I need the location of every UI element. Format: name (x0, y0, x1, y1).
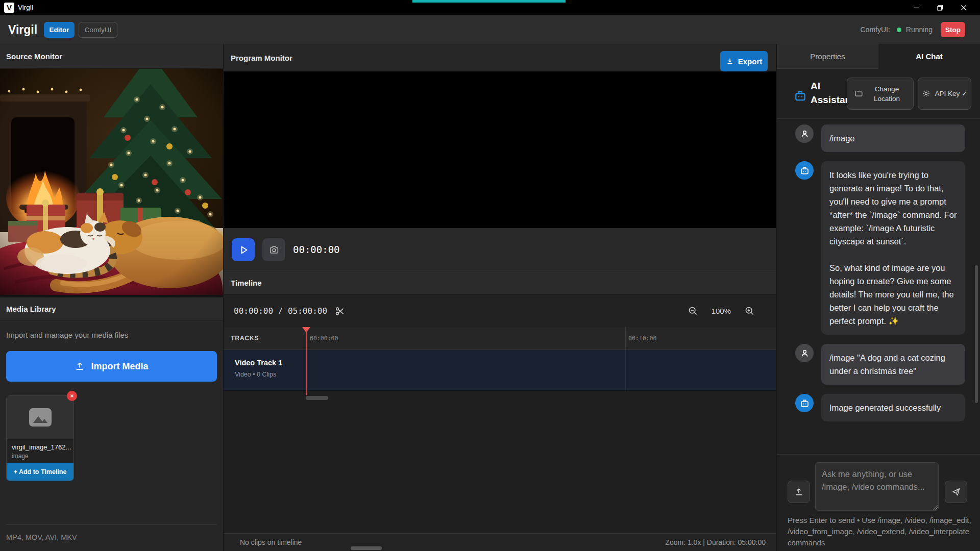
message-text: Image generated successfully (821, 394, 965, 421)
chat-input-wrap (815, 462, 939, 511)
snapshot-button[interactable] (262, 238, 285, 261)
timeline-status-info: Zoom: 1.0x | Duration: 05:00:00 (665, 534, 766, 551)
change-location-label: Change Location (868, 84, 906, 104)
upload-icon (75, 361, 85, 371)
stop-button[interactable]: Stop (941, 22, 965, 37)
source-monitor-header: Source Monitor (0, 44, 223, 69)
media-library-header: Media Library (0, 297, 223, 320)
media-library-description: Import and manage your media files (6, 331, 128, 339)
comfyui-status-value: Running (906, 26, 933, 34)
chat-message-assistant: It looks like you're trying to generate … (795, 161, 965, 335)
x-icon (69, 393, 75, 398)
tab-properties[interactable]: Properties (777, 44, 878, 69)
track-gridline (625, 350, 626, 390)
close-button[interactable] (952, 0, 975, 15)
media-item-info: virgil_image_1762... image (7, 439, 74, 463)
zoom-out-icon (688, 306, 698, 316)
supported-formats-hint: MP4, MOV, AVI, MKV (6, 533, 77, 541)
timeline-timecode: 00:00:00 / 05:00:00 (234, 295, 327, 327)
user-avatar (795, 124, 814, 143)
upload-attachment-button[interactable] (788, 481, 810, 503)
timeline-title: Timeline (231, 279, 262, 287)
user-avatar (795, 344, 814, 362)
playback-timecode: 00:00:00 (293, 228, 340, 271)
chat-input-area: Press Enter to send • Use /image, /video… (777, 454, 980, 551)
program-monitor-title: Program Monitor (231, 54, 292, 62)
import-media-button[interactable]: Import Media (6, 351, 217, 382)
maximize-button[interactable] (928, 0, 952, 15)
chat-footer-hint: Press Enter to send • Use /image, /video… (788, 515, 974, 548)
tracks-label: TRACKS (231, 335, 259, 342)
brand-logo: Virgil (8, 15, 37, 44)
video-preview (224, 71, 776, 228)
media-thumbnail (7, 396, 74, 439)
robot-icon (793, 89, 807, 103)
source-monitor-title: Source Monitor (6, 52, 62, 61)
app-window: V Virgil Virgil Editor ComfyUI ComfyUI: … (0, 0, 980, 551)
media-library-footer: MP4, MOV, AVI, MKV (0, 524, 223, 551)
tab-comfyui[interactable]: ComfyUI (79, 22, 117, 38)
person-icon (799, 129, 810, 139)
import-media-label: Import Media (91, 361, 148, 372)
timeline-horizontal-scrollbar[interactable] (306, 396, 328, 400)
header-divider (38, 23, 38, 36)
titlebar-accent-bar (412, 0, 566, 3)
track-meta: Video • 0 Clips (235, 371, 276, 378)
image-icon (28, 407, 53, 428)
comfyui-status-label: ComfyUI: (861, 26, 890, 34)
camera-icon (268, 244, 280, 256)
robot-icon (799, 398, 810, 409)
media-item-type: image (12, 453, 68, 460)
minimize-button[interactable] (905, 0, 928, 15)
chat-scrollbar[interactable] (975, 265, 978, 403)
play-button[interactable] (232, 238, 255, 261)
right-panel: Properties AI Chat AI Assistant Change L… (776, 44, 980, 551)
export-button[interactable]: Export (720, 51, 768, 71)
message-text: It looks like you're trying to generate … (821, 161, 965, 335)
remove-media-button[interactable] (67, 391, 77, 401)
chat-message-user: /image (795, 124, 965, 152)
resize-handle[interactable] (932, 504, 938, 510)
bottom-scrollbar[interactable] (351, 546, 382, 550)
timeline-empty-message: No clips on timeline (240, 534, 302, 551)
api-key-button[interactable]: API Key ✓ (918, 78, 971, 110)
add-to-timeline-button[interactable]: + Add to Timeline (7, 463, 74, 481)
chat-input[interactable] (815, 462, 939, 511)
tab-editor[interactable]: Editor (44, 22, 75, 38)
source-preview-image (0, 69, 223, 295)
zoom-out-button[interactable] (687, 305, 699, 317)
export-label: Export (738, 57, 763, 66)
timeline-header: Timeline (224, 271, 776, 294)
app-header: Virgil Editor ComfyUI ComfyUI: Running S… (0, 15, 980, 44)
assistant-avatar (795, 394, 814, 412)
message-text: /image (821, 124, 965, 152)
playhead[interactable] (306, 327, 307, 395)
program-monitor-panel: Program Monitor Export 00:00:00 Timeline… (223, 44, 776, 551)
window-title: Virgil (18, 0, 33, 15)
playhead-marker[interactable] (302, 327, 310, 333)
ruler-tick-start: 00:00:00 (310, 335, 338, 342)
media-item-card[interactable]: virgil_image_1762... image + Add to Time… (6, 395, 74, 481)
restore-icon (937, 5, 943, 11)
ruler-gridline (625, 327, 626, 349)
chat-messages: /image It looks like you're trying to ge… (777, 119, 980, 454)
person-icon (799, 348, 810, 359)
cut-button[interactable] (331, 302, 349, 320)
download-icon (726, 57, 734, 65)
send-button[interactable] (945, 481, 967, 503)
minimize-icon (914, 5, 920, 11)
footer-divider (6, 524, 217, 525)
chat-message-assistant: Image generated successfully (795, 394, 965, 421)
status-dot-icon (897, 28, 901, 32)
change-location-button[interactable]: Change Location (847, 78, 914, 110)
message-text: /image "A dog and a cat cozing under a c… (821, 344, 965, 385)
send-icon (951, 487, 961, 497)
program-monitor-header: Program Monitor (224, 44, 776, 71)
media-library-panel: Media Library Import and manage your med… (0, 295, 223, 551)
close-icon (961, 5, 967, 11)
zoom-in-button[interactable] (743, 305, 755, 317)
playback-controls: 00:00:00 (224, 228, 776, 271)
tab-ai-chat[interactable]: AI Chat (878, 44, 980, 69)
upload-icon (794, 487, 804, 497)
media-item-name: virgil_image_1762... (12, 443, 68, 451)
